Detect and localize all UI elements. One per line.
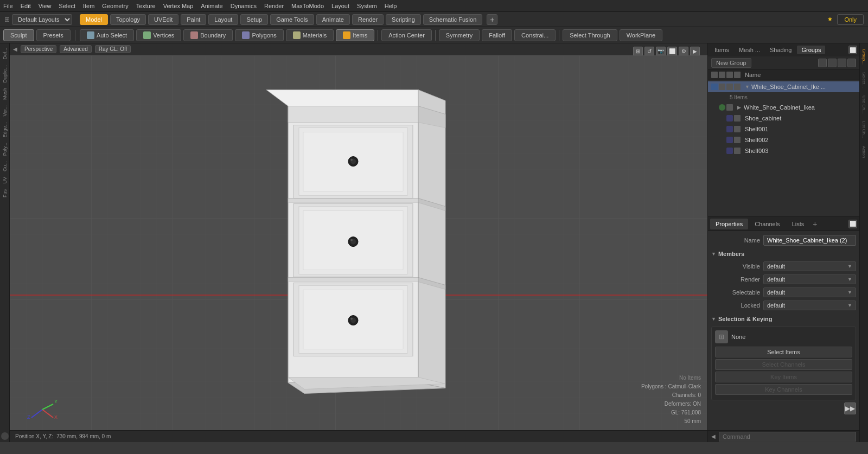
vp-arrow-left[interactable]: ◀ (13, 46, 17, 52)
tree-group-root[interactable]: ▼ White_Shoe_Cabinet_Ike ... (708, 81, 859, 92)
sidebar-tab-duplic[interactable]: Duplic... (1, 63, 9, 85)
layout-tab-schematic[interactable]: Schematic Fusion (423, 14, 482, 25)
menu-animate[interactable]: Animate (201, 3, 222, 9)
layout-tab-paint[interactable]: Paint (181, 14, 206, 25)
right-tab-select[interactable]: Select... (860, 69, 867, 91)
vp-advanced-label[interactable]: Advanced (60, 45, 91, 53)
sidebar-tab-mesh[interactable]: Mesh (1, 86, 9, 102)
sidebar-tab-poly[interactable]: Poly... (1, 140, 9, 158)
menu-vertexmap[interactable]: Vertex Map (163, 3, 194, 9)
key-channels-btn[interactable]: Key Channels (715, 384, 852, 395)
layout-tab-model[interactable]: Model (80, 14, 108, 25)
menu-system[interactable]: System (357, 3, 377, 9)
new-group-btn[interactable]: New Group (711, 58, 751, 68)
sidebar-tab-edge[interactable]: Edge... (1, 120, 9, 140)
right-tab-listch[interactable]: List Ch... (860, 118, 867, 142)
scene-expand-btn[interactable]: ⬜ (848, 46, 857, 54)
right-tab-usech[interactable]: Use Ch... (860, 92, 867, 117)
props-expand-btn[interactable]: ⬜ (848, 220, 857, 228)
layout-tab-scripting[interactable]: Scripting (386, 14, 421, 25)
members-section-header[interactable]: ▼ Members (711, 248, 856, 259)
props-tab-properties[interactable]: Properties (710, 219, 748, 229)
polygons-btn[interactable]: Polygons (235, 29, 283, 41)
vp-home-btn[interactable]: ⊞ (633, 47, 643, 56)
render-dropdown[interactable]: default ▼ (763, 274, 856, 284)
sidebar-tab-uv[interactable]: UV (1, 175, 9, 186)
keying-section-header[interactable]: ▼ Selection & Keying (711, 314, 856, 324)
selectthrough-btn[interactable]: Select Through (563, 29, 617, 41)
layout-tab-gametools[interactable]: Game Tools (270, 14, 314, 25)
menu-layout[interactable]: Layout (331, 3, 349, 9)
falloff-btn[interactable]: Falloff (482, 29, 512, 41)
tree-item-3[interactable]: Shelf002 (723, 135, 859, 145)
sidebar-tab-def[interactable]: Def... (1, 46, 9, 62)
name-field[interactable] (763, 235, 856, 246)
vp-more-btn[interactable]: ▶ (690, 47, 700, 56)
presets-tab[interactable]: Presets (36, 29, 71, 41)
vp-raygl-label[interactable]: Ray GL: Off (95, 45, 131, 53)
bottom-arrow-btn[interactable]: ▶▶ (844, 402, 856, 414)
layout-tab-topology[interactable]: Topology (110, 14, 146, 25)
menu-view[interactable]: View (39, 3, 52, 9)
scene-lock-btn[interactable] (847, 59, 856, 67)
sidebar-tab-fus[interactable]: Fus (1, 187, 9, 200)
select-items-btn[interactable]: Select Items (715, 347, 852, 357)
tree-item-1[interactable]: Shoe_cabinet (723, 113, 859, 124)
menu-help[interactable]: Help (385, 3, 397, 9)
sidebar-circle-btn[interactable] (1, 432, 9, 440)
vp-refresh-btn[interactable]: ↺ (644, 47, 654, 56)
scene-tab-items[interactable]: Items (710, 46, 733, 54)
scene-tab-shading[interactable]: Shading (765, 46, 796, 54)
scene-tab-groups[interactable]: Groups (797, 46, 825, 54)
props-plus-btn[interactable]: + (813, 220, 817, 228)
command-input[interactable] (719, 432, 856, 442)
workplane-btn[interactable]: WorkPlane (620, 29, 663, 41)
props-tab-lists[interactable]: Lists (787, 219, 810, 229)
layout-tab-layout[interactable]: Layout (208, 14, 238, 25)
sculpt-tab[interactable]: Sculpt (3, 29, 34, 41)
vp-settings-btn[interactable]: ⚙ (679, 47, 688, 56)
menu-dynamics[interactable]: Dynamics (231, 3, 257, 9)
key-items-btn[interactable]: Key Items (715, 372, 852, 382)
vp-camera-btn[interactable]: 📷 (656, 47, 666, 56)
menu-file[interactable]: File (3, 3, 13, 9)
viewport-canvas[interactable]: X Y Z No Items Polygons : Catmull-Clark … (10, 55, 707, 442)
constrain-btn[interactable]: Constrai... (514, 29, 556, 41)
visible-dropdown[interactable]: default ▼ (763, 261, 856, 271)
menu-render[interactable]: Render (264, 3, 284, 9)
select-channels-btn[interactable]: Select Channels (715, 359, 852, 370)
menu-texture[interactable]: Texture (136, 3, 156, 9)
menu-geometry[interactable]: Geometry (102, 3, 128, 9)
vertices-btn[interactable]: Vertices (136, 29, 181, 41)
locked-dropdown[interactable]: default ▼ (763, 300, 856, 310)
layout-tab-render[interactable]: Render (352, 14, 384, 25)
layout-add-button[interactable]: + (487, 14, 497, 25)
menu-select[interactable]: Select (59, 3, 75, 9)
right-tab-group[interactable]: Group... (860, 46, 867, 68)
cmd-arrow-icon[interactable]: ◀ (711, 433, 716, 439)
menu-item[interactable]: Item (83, 3, 94, 9)
autoselect-btn[interactable]: Auto Select (80, 29, 134, 41)
scene-select-btn[interactable] (838, 59, 846, 67)
layout-tab-setup[interactable]: Setup (240, 14, 268, 25)
scene-eye-btn[interactable] (818, 59, 827, 67)
menu-maxtomodo[interactable]: MaxToModo (291, 3, 324, 9)
materials-btn[interactable]: Materials (286, 29, 334, 41)
items-btn[interactable]: Items (336, 29, 374, 41)
layouts-dropdown[interactable]: Default Layouts (12, 14, 72, 25)
symmetry-btn[interactable]: Symmetry (439, 29, 480, 41)
viewport[interactable]: ◀ Perspective Advanced Ray GL: Off ⊞ ↺ 📷… (10, 43, 707, 442)
props-tab-channels[interactable]: Channels (749, 219, 785, 229)
layout-tab-uvedit[interactable]: UVEdit (148, 14, 178, 25)
tree-item-0[interactable]: ▶ White_Shoe_Cabinet_Ikea (716, 102, 859, 113)
sidebar-tab-cu[interactable]: Cu... (1, 159, 9, 174)
menu-edit[interactable]: Edit (21, 3, 31, 9)
action-center-btn[interactable]: Action Center (381, 29, 432, 41)
selectable-dropdown[interactable]: default ▼ (763, 287, 856, 297)
tree-item-2[interactable]: Shelf001 (723, 124, 859, 135)
scene-render-btn[interactable] (828, 59, 837, 67)
sidebar-tab-ver[interactable]: Ver... (1, 103, 9, 119)
vp-perspective-label[interactable]: Perspective (21, 45, 56, 53)
tree-item-4[interactable]: Shelf003 (723, 145, 859, 156)
right-tab-action[interactable]: Action (860, 143, 867, 161)
